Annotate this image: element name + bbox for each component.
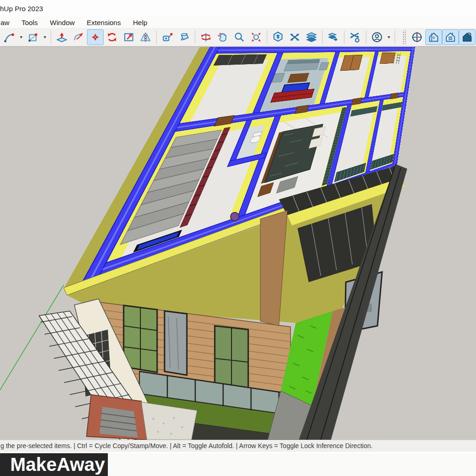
- menu-item-extensions[interactable]: Extensions: [81, 19, 127, 26]
- account-icon: [371, 31, 383, 43]
- status-bar: g the pre-selected items. | Ctrl = Cycle…: [0, 440, 476, 452]
- look-around-button[interactable]: [409, 29, 425, 45]
- title-bar: hUp Pro 2023: [0, 0, 476, 17]
- watermark-banner: MakeAway: [0, 453, 108, 476]
- paint-bucket-button[interactable]: [176, 29, 192, 45]
- scale-button[interactable]: [120, 29, 137, 45]
- push-pull-button[interactable]: [53, 29, 70, 45]
- rectangle-tool-icon: [27, 31, 39, 43]
- repair-gear-button[interactable]: [347, 29, 364, 45]
- menu-item-help[interactable]: Help: [127, 19, 153, 26]
- facade-layer: [0, 47, 476, 440]
- menu-item-tools[interactable]: Tools: [15, 19, 44, 26]
- section-view-2-button[interactable]: [442, 29, 459, 45]
- section-view-3-button[interactable]: [459, 29, 476, 45]
- follow-me-button[interactable]: [70, 29, 87, 45]
- move-icon: [89, 31, 101, 43]
- rectangle-tool-caret[interactable]: ▾: [41, 29, 48, 45]
- arc-tool-icon: [3, 31, 15, 43]
- toolbar: ▾ ▾: [0, 28, 476, 46]
- swap-arrows-button[interactable]: [286, 29, 303, 45]
- menu-item-window[interactable]: Window: [44, 19, 80, 26]
- toolbar-divider: [195, 31, 195, 44]
- orbit-icon: [200, 31, 212, 43]
- rectangle-tool-button[interactable]: [25, 29, 41, 45]
- scale-icon: [123, 31, 135, 43]
- toolbar-divider: [366, 31, 366, 44]
- pan-button[interactable]: [214, 29, 231, 45]
- flip-along-button[interactable]: [137, 29, 154, 45]
- follow-me-icon: [73, 31, 85, 43]
- model-viewport[interactable]: [0, 46, 476, 440]
- zoom-button[interactable]: [231, 29, 248, 45]
- toolbar-divider: [395, 31, 395, 44]
- zoom-extents-icon: [250, 31, 262, 43]
- move-button[interactable]: [87, 29, 104, 45]
- repair-gear-icon: [349, 31, 361, 43]
- toolbar-divider: [344, 31, 344, 44]
- tape-measure-icon: [161, 31, 173, 43]
- section-view-1-button[interactable]: [425, 29, 442, 45]
- zoom-icon: [233, 31, 245, 43]
- zoom-extents-button[interactable]: [248, 29, 264, 45]
- account-button[interactable]: [369, 29, 385, 45]
- orbit-button[interactable]: [198, 29, 214, 45]
- get-models-icon: [272, 31, 284, 43]
- section-view-2-icon: [444, 31, 456, 43]
- swap-arrows-icon: [289, 31, 301, 43]
- menu-bar: aw Tools Window Extensions Help: [0, 17, 476, 28]
- window-title: hUp Pro 2023: [0, 5, 43, 13]
- push-pull-icon: [56, 31, 68, 43]
- get-models-button[interactable]: [270, 29, 286, 45]
- layers-stack-button[interactable]: [303, 29, 320, 45]
- menu-item-draw[interactable]: aw: [0, 19, 15, 26]
- rotate-icon: [106, 31, 118, 43]
- paint-bucket-icon: [178, 31, 190, 43]
- layers-export-button[interactable]: [325, 29, 342, 45]
- toolbar-divider: [267, 31, 267, 44]
- toolbar-grip-handle[interactable]: [402, 30, 406, 44]
- section-view-3-icon: [461, 31, 473, 43]
- pan-icon: [217, 31, 229, 43]
- toolbar-divider: [322, 31, 323, 44]
- arc-tool-button[interactable]: [1, 29, 18, 45]
- tape-measure-button[interactable]: [159, 29, 176, 45]
- toolbar-divider: [156, 31, 157, 44]
- account-caret[interactable]: ▾: [385, 29, 392, 45]
- layers-stack-icon: [305, 31, 317, 43]
- bottom-strip: MakeAway: [0, 453, 476, 476]
- look-around-icon: [411, 31, 423, 43]
- layers-export-icon: [327, 31, 339, 43]
- arc-tool-caret[interactable]: ▾: [18, 29, 25, 45]
- move-anchor-dot[interactable]: [231, 212, 239, 221]
- section-view-1-icon: [428, 31, 440, 43]
- rotate-button[interactable]: [104, 29, 120, 45]
- status-text: g the pre-selected items. | Ctrl = Cycle…: [0, 442, 373, 450]
- flip-along-icon: [139, 31, 152, 43]
- watermark-text: MakeAway: [10, 454, 105, 475]
- toolbar-divider: [51, 31, 51, 44]
